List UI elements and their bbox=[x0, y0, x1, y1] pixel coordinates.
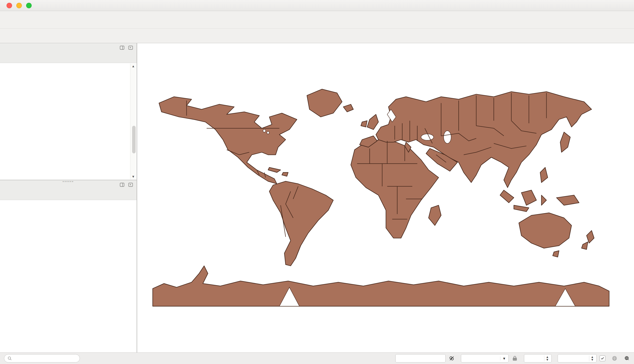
title-bar bbox=[0, 0, 634, 11]
status-bar: ▼ ▲▼ ▲▼ bbox=[0, 352, 634, 364]
zoom-window-button[interactable] bbox=[26, 3, 32, 8]
locate-input[interactable] bbox=[14, 356, 77, 361]
rotation-spinner[interactable]: ▲▼ bbox=[558, 354, 597, 362]
layers-float-button[interactable] bbox=[119, 182, 125, 188]
chevron-down-icon: ▼ bbox=[500, 356, 506, 360]
browser-scrollbar-thumb[interactable] bbox=[132, 126, 136, 153]
traffic-lights bbox=[7, 3, 32, 8]
messages-icon[interactable] bbox=[624, 355, 630, 361]
layers-close-button[interactable] bbox=[127, 182, 134, 188]
magnifier-spinner[interactable]: ▲▼ bbox=[524, 354, 552, 362]
browser-close-button[interactable] bbox=[127, 45, 134, 51]
world-map bbox=[149, 83, 618, 313]
browser-scrollbar[interactable]: ▲▼ bbox=[130, 64, 136, 179]
browser-float-button[interactable] bbox=[119, 45, 125, 51]
minimize-window-button[interactable] bbox=[16, 3, 22, 8]
digitizing-toolbar bbox=[0, 29, 634, 43]
layers-list bbox=[0, 200, 137, 352]
search-icon bbox=[7, 356, 12, 361]
map-navigation-toolbar bbox=[0, 11, 634, 29]
scale-combo[interactable]: ▼ bbox=[461, 354, 509, 362]
locate-search[interactable] bbox=[4, 354, 80, 362]
crs-globe-icon bbox=[611, 355, 618, 361]
layers-panel: •••••• bbox=[0, 180, 137, 352]
lock-icon[interactable] bbox=[512, 355, 518, 361]
browser-panel: ▲▼ bbox=[0, 43, 137, 180]
map-canvas[interactable] bbox=[137, 43, 634, 352]
extents-toggle-icon[interactable] bbox=[449, 355, 455, 361]
coordinate-input[interactable] bbox=[395, 354, 446, 362]
panel-splitter-handle[interactable]: •••••• bbox=[63, 180, 74, 184]
spinner-arrows[interactable]: ▲▼ bbox=[589, 356, 594, 361]
left-dock: ▲▼ •••••• bbox=[0, 43, 137, 352]
browser-tree: ▲▼ bbox=[0, 63, 137, 180]
spinner-arrows[interactable]: ▲▼ bbox=[544, 356, 549, 361]
render-checkbox[interactable] bbox=[600, 355, 605, 361]
close-window-button[interactable] bbox=[7, 3, 12, 8]
